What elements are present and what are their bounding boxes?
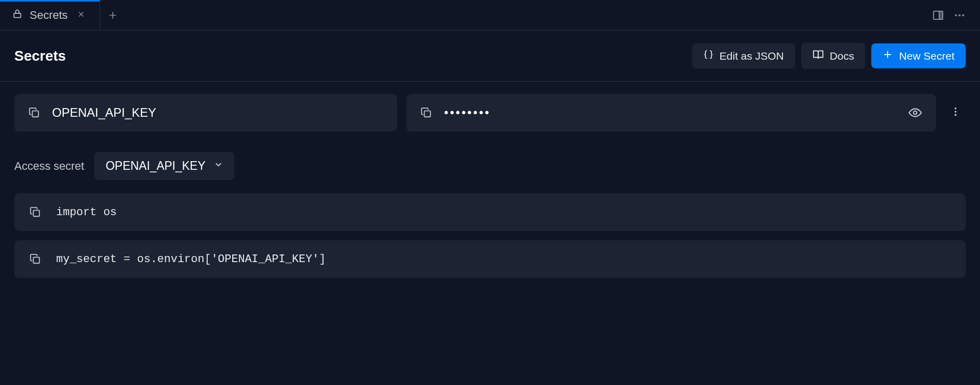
svg-point-8 [955,14,957,16]
svg-point-15 [914,111,917,115]
tab-bar-right [932,9,980,21]
edit-as-json-button[interactable]: Edit as JSON [692,43,795,68]
svg-point-10 [962,14,964,16]
edit-json-label: Edit as JSON [720,50,784,62]
close-icon[interactable] [75,8,87,22]
svg-point-9 [959,14,961,16]
content: OPENAI_API_KEY •••••••• [0,82,980,299]
chevron-down-icon [214,160,223,172]
secret-key-box[interactable]: OPENAI_API_KEY [14,94,397,132]
access-secret-row: Access secret OPENAI_API_KEY [14,152,966,180]
docs-label: Docs [830,50,854,62]
copy-icon[interactable] [26,104,43,121]
braces-icon [703,49,714,62]
secret-masked-value: •••••••• [444,106,491,120]
secret-value-left: •••••••• [418,104,491,121]
dropdown-selected: OPENAI_API_KEY [106,159,206,173]
code-block-import: import os [14,193,966,231]
copy-icon[interactable] [418,104,435,121]
svg-point-16 [954,108,957,110]
copy-icon[interactable] [27,250,44,268]
new-tab-button[interactable] [100,0,126,30]
tab-bar: Secrets [0,0,980,31]
code-line-1: import os [56,206,117,219]
eye-icon[interactable] [905,103,925,122]
access-secret-dropdown[interactable]: OPENAI_API_KEY [94,152,234,180]
tab-label: Secrets [30,9,68,22]
kebab-menu-icon[interactable] [945,94,966,130]
code-block-usage: my_secret = os.environ['OPENAI_API_KEY'] [14,240,966,278]
page-title: Secrets [14,48,66,64]
tab-secrets[interactable]: Secrets [0,0,100,30]
access-secret-label: Access secret [14,160,84,173]
panel-toggle-icon[interactable] [932,9,944,21]
plus-icon [883,49,893,62]
docs-button[interactable]: Docs [801,43,866,69]
svg-rect-13 [32,111,38,117]
copy-icon[interactable] [27,203,44,221]
secret-row: OPENAI_API_KEY •••••••• [14,94,966,132]
secret-value-box[interactable]: •••••••• [406,94,936,132]
svg-rect-0 [14,13,20,17]
svg-point-17 [954,111,957,113]
new-secret-button[interactable]: New Secret [871,43,966,68]
more-menu-icon[interactable] [953,9,966,21]
svg-rect-19 [33,210,39,216]
svg-point-18 [954,114,957,116]
lock-icon [12,9,22,21]
svg-rect-7 [939,11,943,19]
code-line-2: my_secret = os.environ['OPENAI_API_KEY'] [56,253,326,266]
new-secret-label: New Secret [899,50,954,62]
secret-key-text: OPENAI_API_KEY [52,106,156,120]
svg-rect-20 [33,257,39,263]
svg-rect-14 [424,111,430,117]
header: Secrets Edit as JSON Docs [0,31,980,82]
book-icon [813,49,824,63]
header-actions: Edit as JSON Docs New Secret [692,43,966,69]
